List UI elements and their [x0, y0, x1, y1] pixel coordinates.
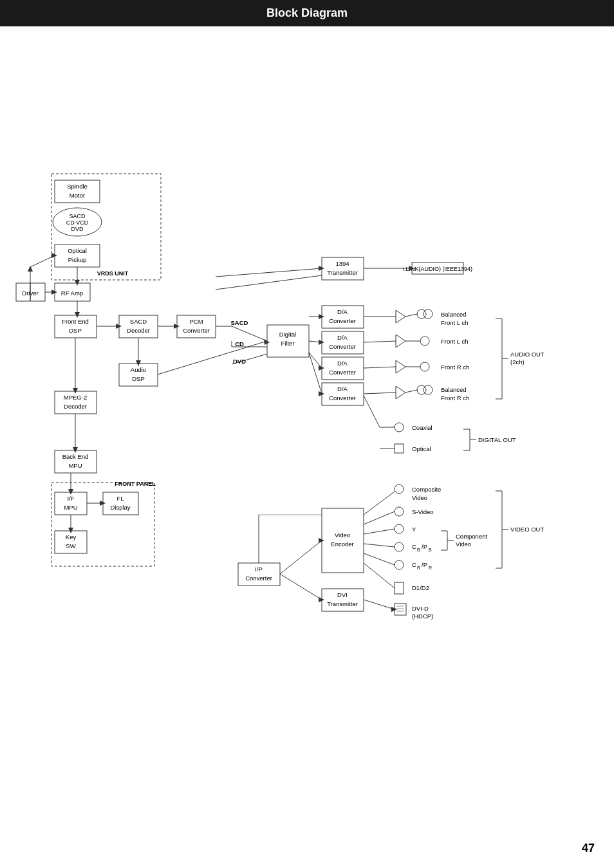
- svg-text:Decoder: Decoder: [64, 403, 87, 410]
- svg-text:I/F: I/F: [67, 495, 74, 502]
- svg-line-166: [364, 367, 396, 368]
- svg-text:Optical: Optical: [68, 247, 87, 254]
- svg-text:Motor: Motor: [70, 192, 85, 199]
- svg-text:Video: Video: [335, 531, 350, 539]
- svg-text:B: B: [417, 548, 420, 552]
- svg-line-160: [309, 353, 322, 368]
- svg-point-111: [395, 524, 404, 533]
- svg-point-84: [423, 385, 433, 394]
- svg-text:Front L ch: Front L ch: [441, 319, 468, 326]
- svg-point-124: [395, 560, 404, 569]
- svg-text:D/A: D/A: [337, 385, 348, 392]
- svg-point-97: [395, 423, 404, 432]
- svg-rect-134: [395, 582, 404, 594]
- svg-marker-75: [396, 310, 405, 323]
- svg-text:D/A: D/A: [337, 360, 348, 367]
- svg-marker-78: [396, 335, 405, 347]
- svg-text:Converter: Converter: [329, 394, 356, 402]
- svg-text:DSP: DSP: [69, 327, 82, 334]
- svg-line-171: [405, 390, 417, 392]
- svg-line-204: [158, 341, 267, 374]
- svg-text:Component: Component: [456, 533, 487, 540]
- svg-line-187: [364, 563, 395, 588]
- svg-text:Pickup: Pickup: [68, 256, 87, 263]
- svg-text:SACD: SACD: [231, 319, 248, 326]
- svg-line-177: [364, 396, 380, 427]
- svg-text:DVI-D: DVI-D: [412, 605, 429, 612]
- svg-text:Key: Key: [66, 533, 77, 540]
- svg-line-190: [364, 600, 395, 609]
- svg-line-180: [280, 540, 322, 574]
- svg-text:Converter: Converter: [245, 575, 272, 582]
- svg-text:Coaxial: Coaxial: [412, 424, 433, 431]
- svg-text:Front R ch: Front R ch: [441, 364, 469, 371]
- svg-text:Filter: Filter: [281, 340, 294, 347]
- svg-point-113: [395, 542, 404, 551]
- svg-text:Front R ch: Front R ch: [441, 394, 469, 402]
- svg-text:Back End: Back End: [62, 453, 89, 460]
- svg-marker-82: [396, 386, 405, 399]
- svg-text:Digital: Digital: [279, 331, 296, 338]
- svg-text:DIGITAL OUT: DIGITAL OUT: [478, 436, 516, 443]
- svg-text:FRONT PANEL: FRONT PANEL: [115, 481, 156, 487]
- svg-point-77: [423, 309, 433, 319]
- svg-text:Transmitter: Transmitter: [327, 600, 358, 607]
- svg-text:SACD: SACD: [69, 213, 86, 219]
- svg-text:Transmitter: Transmitter: [327, 269, 358, 276]
- svg-line-172: [216, 268, 322, 277]
- svg-rect-99: [395, 444, 404, 453]
- svg-text:DVI: DVI: [337, 591, 348, 598]
- svg-text:Video: Video: [412, 494, 427, 501]
- svg-line-185: [364, 544, 395, 547]
- svg-text:C: C: [412, 561, 416, 568]
- svg-text:VIDEO OUT: VIDEO OUT: [510, 526, 544, 533]
- svg-text:DVD: DVD: [71, 226, 84, 232]
- svg-text:Front End: Front End: [62, 318, 89, 325]
- svg-marker-80: [396, 360, 405, 373]
- svg-text:RF Amp: RF Amp: [61, 290, 83, 297]
- svg-text:MPU: MPU: [64, 504, 77, 511]
- svg-line-186: [364, 553, 395, 565]
- header-bar: Block Diagram: [0, 0, 614, 26]
- svg-text:Balanced: Balanced: [441, 311, 467, 318]
- svg-text:AUDIO OUT: AUDIO OUT: [510, 351, 544, 358]
- svg-text:R: R: [429, 566, 432, 570]
- svg-text:SACD: SACD: [130, 318, 147, 325]
- svg-text:Display: Display: [110, 504, 130, 511]
- svg-text:Converter: Converter: [329, 369, 356, 376]
- svg-text:PCM: PCM: [189, 318, 203, 325]
- svg-text:B: B: [429, 548, 432, 552]
- svg-text:Y: Y: [412, 526, 416, 533]
- svg-text:Converter: Converter: [183, 327, 210, 334]
- svg-text:Decoder: Decoder: [127, 327, 150, 334]
- svg-text:/P: /P: [422, 543, 427, 550]
- svg-marker-211: [28, 266, 33, 272]
- svg-text:CD: CD: [235, 340, 244, 347]
- svg-line-168: [405, 314, 417, 317]
- svg-text:MPEG-2: MPEG-2: [64, 394, 87, 401]
- svg-text:Balanced: Balanced: [441, 386, 467, 393]
- svg-line-182: [364, 492, 395, 515]
- svg-line-165: [364, 341, 396, 342]
- svg-text:Encoder: Encoder: [331, 540, 353, 548]
- svg-text:(HDCP): (HDCP): [412, 613, 433, 620]
- svg-text:DSP: DSP: [132, 375, 145, 382]
- svg-point-109: [395, 507, 404, 516]
- svg-point-79: [420, 337, 429, 346]
- svg-text:Converter: Converter: [329, 343, 356, 350]
- svg-text:/P: /P: [422, 561, 427, 568]
- svg-point-106: [395, 485, 404, 494]
- svg-text:MPU: MPU: [68, 462, 82, 469]
- svg-text:D/A: D/A: [337, 334, 348, 341]
- svg-point-81: [420, 362, 429, 371]
- svg-line-208: [30, 255, 55, 267]
- svg-line-162: [309, 353, 322, 394]
- svg-text:VRDS UNIT: VRDS UNIT: [97, 270, 129, 277]
- svg-text:D1/D2: D1/D2: [412, 584, 429, 591]
- svg-line-151: [232, 326, 267, 341]
- svg-text:SW: SW: [66, 542, 75, 549]
- svg-text:Audio: Audio: [131, 366, 146, 373]
- svg-line-184: [364, 529, 395, 534]
- svg-text:1394: 1394: [335, 260, 349, 267]
- svg-text:Video: Video: [456, 540, 471, 548]
